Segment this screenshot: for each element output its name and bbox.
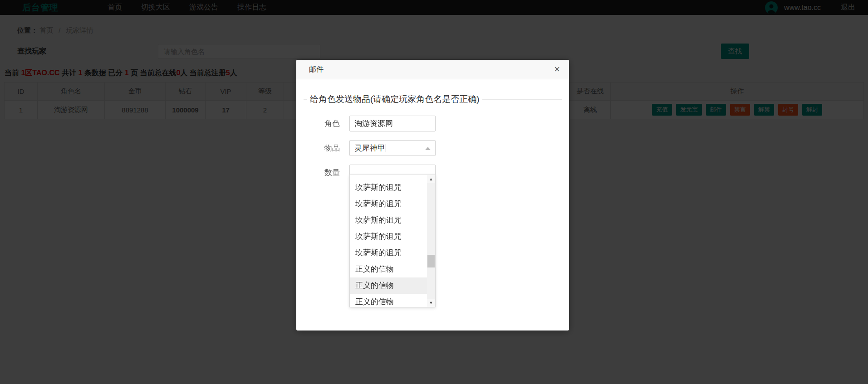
close-icon[interactable]: × xyxy=(554,63,560,75)
chevron-up-icon xyxy=(425,147,431,150)
item-dropdown: 坎萨斯的诅咒坎萨斯的诅咒坎萨斯的诅咒坎萨斯的诅咒坎萨斯的诅咒坎萨斯的诅咒正义的信… xyxy=(349,175,436,307)
dropdown-option[interactable]: 坎萨斯的诅咒 xyxy=(350,245,427,261)
form-heading: 给角色发送物品(请确定玩家角色名是否正确) xyxy=(304,93,562,106)
item-label: 物品 xyxy=(304,140,340,156)
dropdown-option[interactable]: 坎萨斯的诅咒 xyxy=(350,228,427,245)
modal-header: 邮件 × xyxy=(296,60,569,79)
heading-text: 给角色发送物品(请确定玩家角色名是否正确) xyxy=(307,93,482,106)
dropdown-option[interactable]: 坎萨斯的诅咒 xyxy=(350,212,427,228)
role-row: 角色 xyxy=(304,116,562,131)
modal-body: 给角色发送物品(请确定玩家角色名是否正确) 角色 物品 灵犀神甲 数量 xyxy=(296,79,569,180)
dropdown-option[interactable]: 正义的信物 xyxy=(350,277,427,294)
modal-title: 邮件 xyxy=(309,65,324,74)
dropdown-option[interactable]: 坎萨斯的诅咒 xyxy=(350,196,427,212)
item-row: 物品 灵犀神甲 xyxy=(304,140,562,156)
mail-modal: 邮件 × 给角色发送物品(请确定玩家角色名是否正确) 角色 物品 灵犀神甲 数量 xyxy=(296,60,569,331)
scroll-down-icon[interactable]: ▼ xyxy=(427,299,435,307)
item-select[interactable]: 灵犀神甲 xyxy=(349,140,436,156)
scroll-up-icon[interactable]: ▲ xyxy=(427,175,435,183)
item-dropdown-list: 坎萨斯的诅咒坎萨斯的诅咒坎萨斯的诅咒坎萨斯的诅咒坎萨斯的诅咒坎萨斯的诅咒正义的信… xyxy=(350,175,427,307)
scrollbar-thumb[interactable] xyxy=(427,255,435,267)
dropdown-option[interactable]: 坎萨斯的诅咒 xyxy=(350,180,427,196)
text-cursor xyxy=(386,144,386,152)
item-select-value: 灵犀神甲 xyxy=(354,143,385,153)
qty-label: 数量 xyxy=(304,165,340,180)
dropdown-scrollbar[interactable]: ▲ ▼ xyxy=(427,175,435,307)
dropdown-option[interactable]: 坎萨斯的诅咒 xyxy=(350,175,427,180)
role-input[interactable] xyxy=(349,116,436,131)
dropdown-option[interactable]: 正义的信物 xyxy=(350,261,427,277)
send-item-form: 角色 物品 灵犀神甲 数量 xyxy=(304,116,562,180)
dropdown-option[interactable]: 正义的信物 xyxy=(350,294,427,307)
role-label: 角色 xyxy=(304,116,340,131)
